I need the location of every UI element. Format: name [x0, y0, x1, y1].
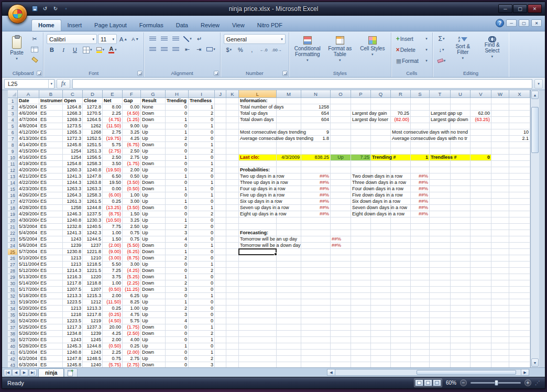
cell[interactable]: [491, 148, 509, 155]
cell[interactable]: [301, 230, 331, 236]
data-cell[interactable]: ES: [39, 199, 63, 205]
formula-input[interactable]: [72, 79, 532, 89]
cell[interactable]: [277, 293, 301, 299]
cell[interactable]: [226, 236, 239, 243]
expand-formula-bar-icon[interactable]: ▾: [534, 79, 543, 89]
column-header-B[interactable]: B: [39, 90, 63, 98]
cell[interactable]: [226, 136, 239, 142]
cell[interactable]: [351, 312, 371, 318]
shrink-font-button[interactable]: A▼: [130, 35, 140, 44]
cell[interactable]: [215, 306, 226, 312]
cell[interactable]: [226, 217, 239, 224]
cell[interactable]: [226, 318, 239, 324]
cell[interactable]: [226, 224, 239, 230]
cell[interactable]: [411, 268, 430, 274]
data-cell[interactable]: 1215.3: [83, 293, 103, 299]
cell[interactable]: [451, 255, 471, 262]
cell[interactable]: [509, 318, 530, 324]
cell[interactable]: [391, 98, 411, 104]
column-header-P[interactable]: P: [351, 90, 371, 98]
row-header-19[interactable]: 19: [8, 211, 18, 217]
row-header-13[interactable]: 13: [8, 173, 18, 180]
data-cell[interactable]: 0: [166, 262, 189, 268]
cell[interactable]: [331, 318, 351, 324]
data-cell[interactable]: 3.75: [103, 274, 123, 280]
cell[interactable]: [331, 167, 351, 173]
cell[interactable]: [215, 280, 226, 287]
zoom-out-icon[interactable]: −: [460, 379, 467, 386]
scroll-down-icon[interactable]: ▼: [531, 358, 539, 367]
cell[interactable]: [331, 211, 351, 217]
horizontal-scroll-thumb[interactable]: [417, 370, 516, 375]
cell[interactable]: [411, 230, 430, 236]
data-cell[interactable]: 0: [166, 293, 189, 299]
cell[interactable]: [239, 293, 277, 299]
data-cell[interactable]: 0.25: [103, 199, 123, 205]
cell[interactable]: [411, 249, 430, 255]
row-header-18[interactable]: 18: [8, 205, 18, 211]
cell[interactable]: [451, 142, 471, 148]
column-header-F[interactable]: F: [123, 90, 141, 98]
cell[interactable]: [430, 123, 451, 129]
cell[interactable]: [331, 173, 351, 180]
cell[interactable]: [301, 318, 331, 324]
number-format-combo[interactable]: General▾: [224, 34, 286, 44]
cell[interactable]: [509, 111, 530, 117]
data-cell[interactable]: 1232.8: [63, 224, 83, 230]
data-cell[interactable]: Up: [141, 293, 166, 299]
data-cell[interactable]: ES: [39, 161, 63, 167]
data-cell[interactable]: 8.00: [103, 104, 123, 111]
cell[interactable]: [301, 356, 331, 362]
cell[interactable]: [471, 173, 491, 180]
cell[interactable]: [331, 117, 351, 123]
data-cell[interactable]: (0.50): [103, 343, 123, 350]
cell[interactable]: [301, 312, 331, 318]
cell[interactable]: [430, 236, 451, 243]
decrease-decimal-button[interactable]: .00→: [270, 45, 283, 55]
data-cell[interactable]: Up: [141, 356, 166, 362]
cell[interactable]: [215, 98, 226, 104]
data-cell[interactable]: 2.75: [123, 155, 141, 161]
data-cell[interactable]: 2.50: [103, 155, 123, 161]
data-cell[interactable]: 1213: [63, 262, 83, 268]
cell[interactable]: [391, 324, 411, 331]
cell[interactable]: [491, 205, 509, 211]
cell[interactable]: [451, 205, 471, 211]
cell[interactable]: [491, 293, 509, 299]
cell[interactable]: [301, 161, 331, 167]
cell[interactable]: [430, 205, 451, 211]
cell[interactable]: [471, 123, 491, 129]
cell[interactable]: [226, 343, 239, 350]
cell[interactable]: [451, 299, 471, 306]
data-cell[interactable]: (2.00): [123, 350, 141, 356]
info-cell[interactable]: Last clo:: [239, 155, 277, 161]
data-cell[interactable]: 1: [189, 180, 215, 186]
cell[interactable]: [391, 161, 411, 167]
row-header-30[interactable]: 30: [8, 280, 18, 287]
cell[interactable]: [411, 117, 430, 123]
data-cell[interactable]: 1230.3: [83, 217, 103, 224]
data-cell[interactable]: ES: [39, 343, 63, 350]
data-cell[interactable]: 5/14/2004: [18, 280, 39, 287]
cell[interactable]: [451, 230, 471, 236]
cell[interactable]: [277, 268, 301, 274]
cell[interactable]: [351, 243, 371, 249]
data-cell[interactable]: Down: [141, 142, 166, 148]
data-cell[interactable]: 1242.3: [83, 230, 103, 236]
data-cell[interactable]: (9.00): [103, 249, 123, 255]
cell[interactable]: [391, 362, 411, 367]
cell[interactable]: [509, 274, 530, 280]
info-cell[interactable]: ##%: [301, 186, 331, 192]
cell[interactable]: [451, 186, 471, 192]
cell[interactable]: [430, 98, 451, 104]
data-cell[interactable]: 1240: [83, 362, 103, 367]
data-cell[interactable]: 1261.3: [63, 199, 83, 205]
data-cell[interactable]: ES: [39, 230, 63, 236]
column-header-U[interactable]: U: [451, 90, 471, 98]
data-cell[interactable]: ES: [39, 167, 63, 173]
cell[interactable]: [226, 199, 239, 205]
cell[interactable]: [371, 161, 391, 167]
cell[interactable]: [371, 362, 391, 367]
cell[interactable]: [451, 98, 471, 104]
cell[interactable]: [226, 255, 239, 262]
